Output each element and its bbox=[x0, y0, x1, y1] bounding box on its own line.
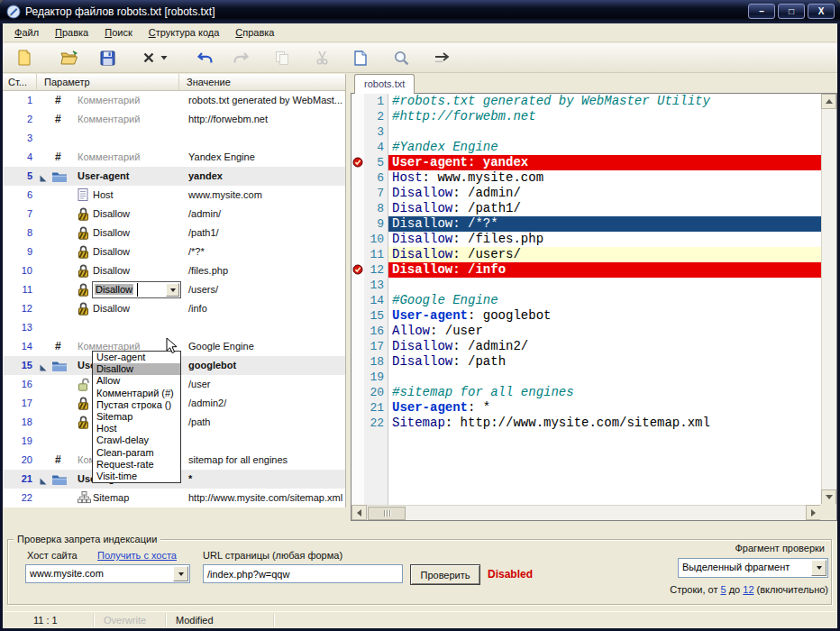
tab-robots-txt[interactable]: robots.txt bbox=[354, 74, 415, 94]
editor-line-9[interactable]: 9Disallow: /*?* bbox=[352, 216, 821, 232]
expander-icon[interactable] bbox=[40, 173, 47, 184]
grid-row-13[interactable]: 13 bbox=[3, 318, 345, 337]
save-button[interactable] bbox=[96, 46, 119, 69]
line-marker-cell bbox=[352, 155, 364, 170]
paste-button[interactable] bbox=[348, 46, 371, 69]
dropdown-option[interactable]: Пустая строка () bbox=[93, 399, 180, 411]
grid-row-5[interactable]: 5User-agentyandex bbox=[3, 167, 345, 186]
grid-row-3[interactable]: 3 bbox=[3, 129, 345, 148]
menu-item-search[interactable]: Поиск bbox=[96, 24, 140, 41]
host-combobox-button[interactable] bbox=[173, 566, 188, 581]
maximize-button[interactable]: □ bbox=[778, 4, 805, 19]
new-button[interactable] bbox=[13, 46, 36, 69]
editor-line-19[interactable]: 19 bbox=[352, 370, 821, 385]
grid-row-9[interactable]: 9Disallow/*?* bbox=[3, 242, 345, 261]
value-cell: robots.txt generated by WebMast... bbox=[188, 91, 342, 110]
dropdown-option[interactable]: Disallow bbox=[93, 363, 180, 375]
param-editor-combobox[interactable]: Disallow bbox=[92, 281, 181, 298]
editor-line-15[interactable]: 15User-agent: googlebot bbox=[352, 308, 821, 324]
check-button[interactable]: Проверить bbox=[410, 564, 480, 585]
grid-row-8[interactable]: 8Disallow/path1/ bbox=[3, 224, 345, 242]
copy-button[interactable] bbox=[270, 46, 294, 69]
editor-line-2[interactable]: 2#http://forwebm.net bbox=[352, 109, 821, 124]
editor-line-20[interactable]: 20#sitemap for all engines bbox=[352, 385, 821, 400]
editor-line-1[interactable]: 1#robots.txt generated by WebMaster Util… bbox=[352, 94, 821, 109]
editor-line-13[interactable]: 13 bbox=[352, 278, 821, 293]
expander-icon[interactable] bbox=[40, 362, 47, 373]
dropdown-option[interactable]: Allow bbox=[93, 375, 180, 387]
editor-line-10[interactable]: 10Disallow: /files.php bbox=[352, 232, 821, 247]
comment-hash-icon: # bbox=[55, 113, 61, 126]
app-window: Редактор файлов robots.txt [robots.txt] … bbox=[0, 0, 840, 631]
scroll-down-button[interactable] bbox=[821, 489, 836, 505]
editor-line-8[interactable]: 8Disallow: /path1/ bbox=[352, 201, 821, 216]
editor-line-3[interactable]: 3 bbox=[352, 124, 821, 140]
dropdown-option[interactable]: Sitemap bbox=[93, 411, 180, 423]
scroll-up-button[interactable] bbox=[821, 94, 836, 109]
grid-row-10[interactable]: 10Disallow/files.php bbox=[3, 261, 345, 280]
cut-button[interactable] bbox=[310, 46, 333, 69]
menu-item-edit[interactable]: Правка bbox=[47, 24, 96, 41]
find-button[interactable] bbox=[389, 46, 413, 69]
dropdown-option[interactable]: Host bbox=[93, 423, 180, 434]
dropdown-option[interactable]: Visit-time bbox=[93, 471, 180, 482]
editor-line-7[interactable]: 7Disallow: /admin/ bbox=[352, 186, 821, 201]
param-cell: Disallow bbox=[93, 224, 130, 242]
editor-line-17[interactable]: 17Disallow: /admin2/ bbox=[352, 339, 821, 354]
grid-row-11[interactable]: 11Disallow/users/ bbox=[3, 280, 345, 299]
minimize-button[interactable]: – bbox=[748, 4, 775, 19]
editor-line-21[interactable]: 21User-agent: * bbox=[352, 400, 821, 416]
editor-line-5[interactable]: 5User-agent: yandex bbox=[352, 155, 821, 170]
close-button[interactable]: X bbox=[808, 4, 835, 19]
fragment-combobox-button[interactable] bbox=[811, 560, 826, 576]
line-number: 11 bbox=[364, 247, 388, 262]
grid-row-6[interactable]: 6Hostwww.mysite.com bbox=[3, 186, 345, 205]
redo-button[interactable] bbox=[229, 46, 252, 69]
grid-row-22[interactable]: 22Sitemaphttp://www.mysite.com/sitemap.x… bbox=[3, 489, 345, 508]
url-input[interactable] bbox=[203, 564, 403, 583]
dropdown-option[interactable]: Request-rate bbox=[93, 459, 180, 471]
editor-line-18[interactable]: 18Disallow: /path bbox=[352, 354, 821, 370]
grid-row-12[interactable]: 12Disallow/info bbox=[3, 299, 345, 318]
open-button[interactable] bbox=[58, 46, 81, 69]
dropdown-option[interactable]: Crawl-delay bbox=[93, 434, 180, 446]
dropdown-option[interactable]: Clean-param bbox=[93, 447, 180, 459]
column-header-param[interactable]: Параметр bbox=[37, 74, 179, 91]
line-number: 15 bbox=[364, 308, 388, 324]
grid-row-1[interactable]: 1#Комментарийrobots.txt generated by Web… bbox=[3, 91, 345, 110]
editor-line-16[interactable]: 16Allow: /user bbox=[352, 324, 821, 339]
menu-item-help[interactable]: Справка bbox=[227, 24, 282, 41]
host-combobox[interactable]: www.mysite.com bbox=[25, 564, 190, 583]
editor-line-14[interactable]: 14#Google Engine bbox=[352, 293, 821, 308]
line-number: 4 bbox=[364, 140, 388, 155]
fragment-combobox[interactable]: Выделенный фрагмент bbox=[678, 558, 828, 578]
editor-line-4[interactable]: 4#Yandex Engine bbox=[352, 140, 821, 155]
column-header-line[interactable]: Ст... bbox=[3, 74, 37, 91]
grid-row-2[interactable]: 2#Комментарийhttp://forwebm.net bbox=[3, 110, 345, 129]
line-text: Disallow: /files.php bbox=[388, 232, 821, 247]
dropdown-option[interactable]: Комментарий (#) bbox=[93, 388, 180, 399]
delete-button[interactable] bbox=[137, 46, 160, 69]
editor-line-22[interactable]: 22Sitemap: http://www.mysite.com/sitemap… bbox=[352, 416, 821, 431]
menu-item-file[interactable]: Файл bbox=[6, 24, 47, 41]
vertical-scrollbar[interactable] bbox=[821, 94, 836, 505]
menu-item-code-structure[interactable]: Структура кода bbox=[141, 24, 228, 41]
param-editor-dropdown-button[interactable] bbox=[166, 283, 179, 297]
get-from-host-link[interactable]: Получить с хоста bbox=[97, 550, 177, 561]
save-icon bbox=[100, 50, 115, 66]
value-cell: http://forwebm.net bbox=[188, 110, 268, 129]
editor-line-6[interactable]: 6Host: www.mysite.com bbox=[352, 170, 821, 186]
undo-button[interactable] bbox=[193, 46, 216, 69]
delete-dropdown-button[interactable] bbox=[159, 46, 169, 69]
param-editor-value: Disallow bbox=[95, 284, 133, 295]
grid-row-4[interactable]: 4#КомментарийYandex Engine bbox=[3, 148, 345, 167]
goto-button[interactable] bbox=[431, 46, 454, 69]
chevron-down-icon bbox=[178, 572, 184, 576]
line-to-link[interactable]: 12 bbox=[743, 584, 753, 595]
editor-line-11[interactable]: 11Disallow: /users/ bbox=[352, 247, 821, 262]
grid-row-7[interactable]: 7Disallow/admin/ bbox=[3, 205, 345, 224]
expander-icon[interactable] bbox=[40, 476, 47, 487]
editor-line-12[interactable]: 12Disallow: /info bbox=[352, 262, 821, 278]
line-number: 16 bbox=[364, 324, 388, 339]
column-header-value[interactable]: Значение bbox=[179, 74, 346, 91]
